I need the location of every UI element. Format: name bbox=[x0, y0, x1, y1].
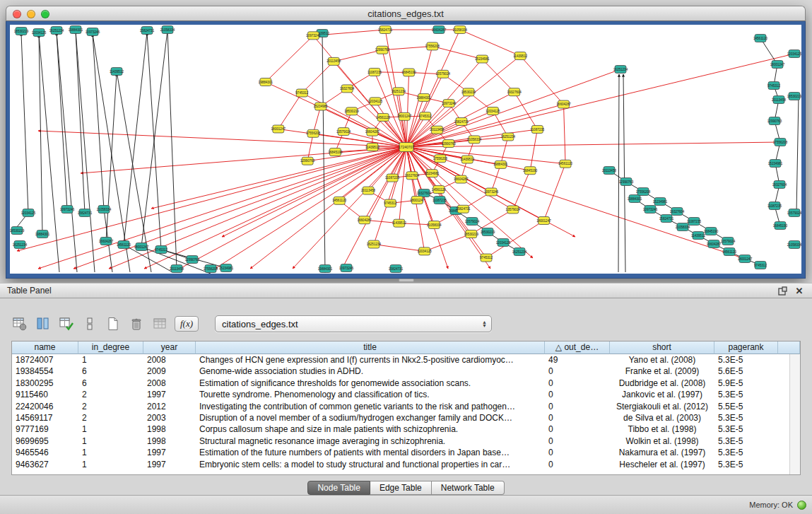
graph-node[interactable]: 13579024 bbox=[336, 128, 351, 136]
graph-node[interactable]: 13579024 bbox=[506, 206, 521, 214]
graph-node[interactable]: 15234981 bbox=[653, 198, 668, 206]
graph-node[interactable]: 21058334 bbox=[160, 26, 175, 34]
graph-node[interactable]: 12034125 bbox=[21, 209, 36, 217]
graph-node[interactable]: 19327604 bbox=[340, 85, 355, 93]
table-row[interactable]: 1830029562008Estimation of significance … bbox=[12, 378, 800, 389]
graph-node[interactable]: 19327604 bbox=[507, 88, 522, 96]
graph-node[interactable]: 14561120 bbox=[753, 35, 768, 42]
table-row[interactable]: 946362711997Embryonic stem cells: a mode… bbox=[12, 459, 800, 470]
graph-node[interactable]: 15824731 bbox=[454, 118, 469, 126]
column-header-3[interactable]: title bbox=[196, 341, 545, 354]
graph-node[interactable]: 17556208 bbox=[433, 155, 448, 163]
minimize-window-button[interactable] bbox=[27, 10, 35, 18]
graph-node[interactable]: 17556208 bbox=[425, 42, 440, 50]
graph-node[interactable]: 11087235 bbox=[367, 68, 382, 76]
graph-node[interactable]: 11439512 bbox=[513, 52, 528, 60]
graph-node[interactable]: 20113458 bbox=[326, 57, 341, 65]
graph-node[interactable]: 11439512 bbox=[392, 219, 407, 227]
graph-node[interactable]: 10973246 bbox=[86, 28, 100, 36]
table-row[interactable]: 946554611997Estimation of the future num… bbox=[12, 447, 800, 458]
column-header-4[interactable]: △ out_de… bbox=[545, 341, 610, 354]
graph-node[interactable]: 18530219 bbox=[344, 107, 359, 115]
graph-node[interactable]: 19884301 bbox=[416, 93, 431, 101]
graph-node[interactable]: 15824731 bbox=[389, 265, 404, 273]
graph-node[interactable]: 17556208 bbox=[773, 139, 788, 146]
graph-node[interactable]: 11087235 bbox=[433, 197, 447, 204]
graph-node[interactable]: 16604287 bbox=[707, 240, 722, 248]
graph-node[interactable]: 16845190 bbox=[773, 222, 788, 230]
graph-node[interactable]: 18001247 bbox=[410, 197, 425, 204]
graph-node[interactable]: 13579024 bbox=[787, 209, 801, 217]
zoom-window-button[interactable] bbox=[41, 10, 49, 18]
graph-node[interactable]: 11087235 bbox=[687, 218, 702, 226]
graph-node[interactable]: 12990763 bbox=[185, 256, 200, 264]
graph-node[interactable]: 16604287 bbox=[99, 238, 114, 245]
graph-node[interactable]: 9745312 bbox=[155, 246, 167, 254]
column-header-6[interactable]: pagerank bbox=[714, 341, 778, 354]
graph-node[interactable]: 10973246 bbox=[339, 264, 354, 272]
graph-node[interactable]: 12034125 bbox=[486, 107, 500, 115]
column-header-0[interactable]: name bbox=[12, 341, 78, 354]
graph-node[interactable]: 15824731 bbox=[378, 26, 393, 34]
table-row[interactable]: 1938455462009Genome-wide association stu… bbox=[12, 366, 800, 377]
graph-node[interactable]: 12034125 bbox=[32, 29, 47, 37]
graph-node[interactable]: 17556208 bbox=[204, 265, 218, 273]
graph-node[interactable]: 18530219 bbox=[461, 88, 476, 96]
graph-node[interactable]: 15824731 bbox=[78, 209, 93, 217]
graph-node[interactable]: 18001247 bbox=[397, 112, 412, 120]
graph-node[interactable]: 18001247 bbox=[738, 255, 753, 263]
graph-node[interactable]: 9745312 bbox=[767, 82, 780, 90]
graph-node[interactable]: 12034125 bbox=[496, 239, 511, 247]
graph-node[interactable]: 18530219 bbox=[481, 228, 495, 236]
graph-node[interactable]: 11087235 bbox=[385, 174, 400, 182]
table-row[interactable]: 1872400712008Changes of HCN gene express… bbox=[12, 354, 800, 366]
table-selector-dropdown[interactable]: citations_edges.txt ▲▼ bbox=[215, 315, 492, 332]
divider-grip-icon[interactable] bbox=[399, 279, 414, 282]
graph-node[interactable]: 16604287 bbox=[365, 128, 380, 136]
graph-node[interactable]: 13579024 bbox=[436, 70, 451, 78]
graph-node[interactable]: 16845190 bbox=[328, 148, 343, 156]
graph-node[interactable]: 21058334 bbox=[787, 241, 801, 249]
graph-node[interactable]: 21058334 bbox=[676, 223, 690, 231]
close-panel-icon[interactable]: ✕ bbox=[794, 285, 805, 296]
graph-node[interactable]: 12034125 bbox=[368, 98, 383, 105]
graph-node[interactable]: 11087235 bbox=[767, 202, 782, 210]
graph-node[interactable]: 21058334 bbox=[427, 221, 442, 229]
graph-node[interactable]: 16251234 bbox=[392, 88, 406, 95]
column-header-5[interactable]: short bbox=[610, 341, 714, 354]
graph-node[interactable]: 21058334 bbox=[97, 206, 112, 214]
graph-node[interactable]: 14561120 bbox=[376, 113, 391, 121]
graph-node[interactable]: 16251234 bbox=[613, 66, 628, 74]
graph-node[interactable]: 19884301 bbox=[259, 78, 273, 86]
tab-network-table[interactable]: Network Table bbox=[432, 481, 505, 495]
graph-node[interactable]: 12990763 bbox=[300, 157, 315, 165]
graph-node[interactable]: 15824731 bbox=[140, 27, 155, 35]
graph-node[interactable]: 15234981 bbox=[475, 55, 490, 63]
tab-node-table[interactable]: Node Table bbox=[307, 481, 370, 495]
graph-node[interactable]: 18001247 bbox=[770, 61, 785, 69]
graph-node[interactable]: 15234981 bbox=[219, 264, 234, 272]
window-titlebar[interactable]: citations_edges.txt bbox=[6, 6, 806, 21]
graph-node[interactable]: 19884301 bbox=[318, 265, 333, 273]
graph-node[interactable]: 21058334 bbox=[467, 136, 482, 144]
graph-node[interactable]: 12034125 bbox=[787, 50, 801, 58]
graph-node[interactable]: 18001247 bbox=[134, 243, 149, 251]
graph-node[interactable]: 14561120 bbox=[432, 186, 447, 194]
graph-node[interactable]: 16251234 bbox=[512, 248, 527, 256]
table-mode-icon[interactable] bbox=[11, 315, 28, 332]
graph-node[interactable]: 17240707 bbox=[399, 143, 414, 152]
graph-node[interactable]: 9745312 bbox=[384, 199, 396, 207]
create-column-icon[interactable] bbox=[58, 315, 75, 332]
graph-node[interactable]: 19327604 bbox=[405, 172, 420, 180]
graph-node[interactable]: 14561120 bbox=[332, 197, 347, 204]
graph-node[interactable]: 14561120 bbox=[722, 248, 737, 256]
graph-node[interactable]: 19884301 bbox=[493, 160, 508, 168]
graph-node[interactable]: 18530219 bbox=[787, 93, 801, 100]
graph-node[interactable]: 18530219 bbox=[464, 230, 479, 238]
graph-node[interactable]: 16604287 bbox=[357, 216, 372, 224]
graph-node[interactable]: 15234981 bbox=[313, 103, 328, 110]
graph-node[interactable]: 15234981 bbox=[768, 160, 783, 168]
graph-node[interactable]: 19327604 bbox=[772, 181, 787, 189]
graph-node[interactable]: 11439512 bbox=[365, 144, 380, 151]
column-header-2[interactable]: year bbox=[143, 341, 196, 354]
